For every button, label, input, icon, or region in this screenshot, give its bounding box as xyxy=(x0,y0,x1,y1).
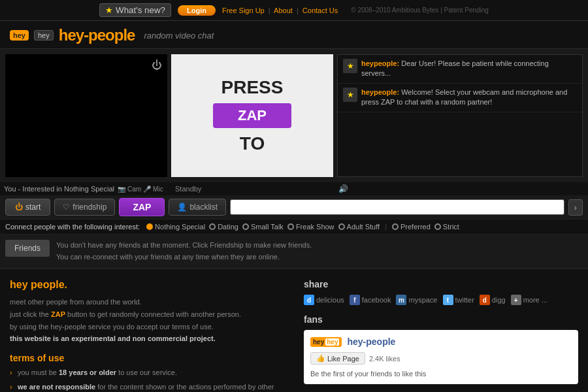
mic-icon: 🎤 xyxy=(143,186,151,193)
send-button[interactable]: › xyxy=(568,199,583,216)
bottom-right: share d delicious f facebook m myspace t… xyxy=(304,279,578,392)
fans-count: 2.4K likes xyxy=(369,355,400,363)
share-delicious[interactable]: d delicious xyxy=(304,295,344,305)
like-page-button[interactable]: 👍 Like Page xyxy=(310,352,365,365)
radio-preferred[interactable]: Preferred xyxy=(392,223,431,231)
bottom-section: hey people. meet other people from aroun… xyxy=(0,268,588,392)
interests-bar: Connect people with the following intere… xyxy=(0,219,588,234)
contact-link[interactable]: Contact Us xyxy=(302,7,338,14)
delicious-icon: d xyxy=(304,295,314,305)
share-twitter[interactable]: t twitter xyxy=(443,295,474,305)
chat-panel: ★ heypeople: Dear User! Please be patien… xyxy=(337,54,583,177)
start-button[interactable]: ⏻ start xyxy=(5,199,50,216)
main-content: ⏻ PRESS ZAP TO ★ heypeople: Dear User! P… xyxy=(0,49,588,182)
twitter-icon: t xyxy=(443,295,453,305)
fans-cta: Be the first of your friends to like thi… xyxy=(310,370,572,378)
remote-status-text: Standby xyxy=(171,185,333,193)
intro-p1: meet other people from around the world. xyxy=(10,296,284,308)
fans-page-name: hey-people xyxy=(347,336,395,347)
zap-button[interactable]: ZAP xyxy=(119,198,165,216)
local-video: ⏻ xyxy=(5,54,167,177)
cam-mic-icons: 📷 Cam 🎤 Mic xyxy=(118,186,163,193)
radio-dot-2 xyxy=(209,223,216,230)
intro-p4: this website is an experimental and non … xyxy=(10,333,284,345)
radio-dot-5 xyxy=(338,223,345,230)
hey-people-heading: hey people. xyxy=(10,279,284,291)
video-placeholder: PRESS ZAP TO xyxy=(171,54,333,177)
fans-like-row: 👍 Like Page 2.4K likes xyxy=(310,352,572,365)
radio-nothing-special[interactable]: Nothing Special xyxy=(146,223,205,231)
chat-text-1: heypeople: Dear User! Please be patient … xyxy=(361,59,577,79)
more-icon: + xyxy=(511,295,521,305)
friends-button[interactable]: Friends xyxy=(5,240,50,257)
logo-box: hey xyxy=(10,30,29,41)
bottom-left: hey people. meet other people from aroun… xyxy=(10,279,284,392)
intro-p2: just click the ZAP button to get randoml… xyxy=(10,308,284,321)
radio-strict[interactable]: Strict xyxy=(434,223,459,231)
header: hey hey hey-people random video chat xyxy=(0,21,588,49)
star-icon: ★ xyxy=(347,61,354,71)
zap-sign: ZAP xyxy=(213,103,291,128)
intro-p3: by using the hey-people service you do a… xyxy=(10,321,284,333)
local-status-text: You - Interested in Nothing Special xyxy=(4,185,114,193)
remote-video: PRESS ZAP TO xyxy=(171,54,333,177)
login-button[interactable]: Login xyxy=(178,5,216,16)
radio-dot-7 xyxy=(434,223,441,230)
radio-dating[interactable]: Dating xyxy=(209,223,238,231)
star-icon: ★ xyxy=(105,5,113,15)
top-links: Free Sign Up | About | Contact Us xyxy=(222,7,338,14)
camera-icon: 📷 xyxy=(118,186,125,193)
thumbs-up-icon: 👍 xyxy=(316,354,325,363)
star-icon-2: ★ xyxy=(347,90,354,99)
chat-input[interactable] xyxy=(230,199,564,215)
terms-title: terms of use xyxy=(10,353,284,363)
controls-bar: ⏻ start ♡ friendship ZAP 👤 blacklist › xyxy=(0,195,588,219)
about-link[interactable]: About xyxy=(274,7,293,14)
terms-item-1: you must be 18 years or older to use our… xyxy=(10,367,284,379)
to-text: TO xyxy=(240,133,265,154)
volume-icon[interactable]: 🔊 xyxy=(338,184,348,193)
logo-badge: hey xyxy=(34,30,54,41)
site-title: hey-people xyxy=(59,26,135,44)
chat-message-2: ★ heypeople: Welcome! Select your webcam… xyxy=(338,84,582,112)
friends-bar: Friends You don't have any friends at th… xyxy=(0,234,588,268)
chat-message: ★ heypeople: Dear User! Please be patien… xyxy=(338,55,582,84)
heart-icon: ♡ xyxy=(63,203,70,212)
fans-header: hey hey hey-people xyxy=(310,336,572,347)
copyright-text: © 2008–2010 Ambitious Bytes | Patent Pen… xyxy=(351,7,489,14)
chat-avatar-1: ★ xyxy=(343,59,357,73)
fans-title: fans xyxy=(304,314,578,325)
chat-avatar-2: ★ xyxy=(343,88,357,102)
free-signup-link[interactable]: Free Sign Up xyxy=(222,7,265,14)
whats-new-button[interactable]: ★ What's new? xyxy=(99,3,171,17)
friendship-button[interactable]: ♡ friendship xyxy=(54,199,115,216)
share-myspace[interactable]: m myspace xyxy=(396,295,437,305)
share-facebook[interactable]: f facebook xyxy=(350,295,391,305)
radio-freak-show[interactable]: Freak Show xyxy=(287,223,335,231)
power-icon[interactable]: ⏻ xyxy=(152,59,162,71)
radio-dot-3 xyxy=(242,223,249,230)
share-digg[interactable]: d digg xyxy=(480,295,506,305)
radio-small-talk[interactable]: Small Talk xyxy=(242,223,284,231)
terms-list: you must be 18 years or older to use our… xyxy=(10,367,284,392)
fans-logo: hey hey xyxy=(310,337,342,347)
terms-item-2: we are not responsible for the content s… xyxy=(10,382,284,392)
chat-text-2: heypeople: Welcome! Select your webcam a… xyxy=(361,88,577,108)
facebook-icon: f xyxy=(350,295,360,305)
radio-dot-6 xyxy=(392,223,399,230)
digg-icon: d xyxy=(480,295,490,305)
top-bar: ★ What's new? Login Free Sign Up | About… xyxy=(0,0,588,21)
myspace-icon: m xyxy=(396,295,406,305)
share-title: share xyxy=(304,279,578,289)
radio-dot-1 xyxy=(146,223,153,230)
user-icon: 👤 xyxy=(177,203,187,212)
blacklist-button[interactable]: 👤 blacklist xyxy=(169,199,226,216)
share-more[interactable]: + more ... xyxy=(511,295,547,305)
radio-adult-stuff[interactable]: Adult Stuff xyxy=(338,223,380,231)
press-text: PRESS xyxy=(221,77,284,98)
friends-text: You don't have any friends at the moment… xyxy=(56,240,312,263)
radio-dot-4 xyxy=(287,223,294,230)
fans-box: hey hey hey-people 👍 Like Page 2.4K like… xyxy=(304,330,578,384)
power-symbol: ⏻ xyxy=(15,203,23,212)
site-subtitle: random video chat xyxy=(144,31,214,41)
